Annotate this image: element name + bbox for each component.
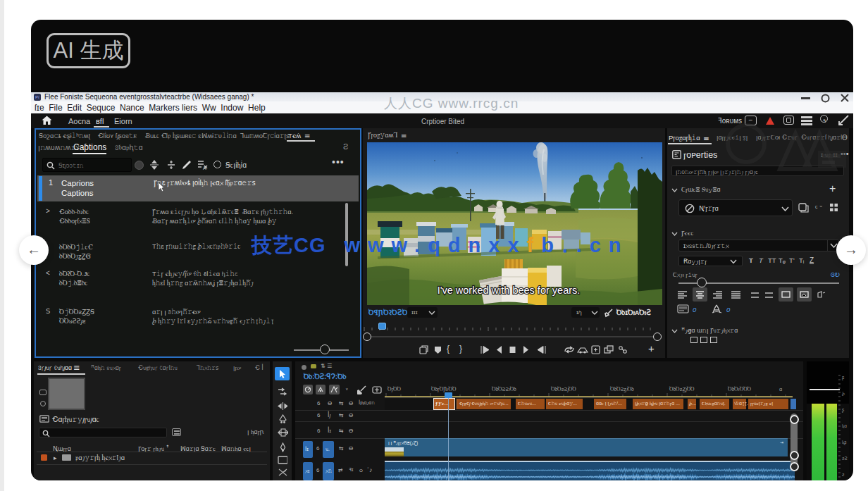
svg-text:ʂ: ʂ — [842, 407, 845, 413]
svg-text:ꙅ: ꙅ — [842, 472, 845, 477]
svg-text:ꝹꝺꞅꝹꞂ𝚤ꝹꝹ: ꝹꝺꞅꝹꞂ𝚤ꝹꝹ — [431, 386, 457, 392]
svg-text:ꞕɑ: ꞕɑ — [842, 423, 847, 428]
svg-text:ꞕʂ: ꞕʂ — [842, 440, 847, 445]
svg-text:I've worked with bees for year: I've worked with bees for years. — [438, 285, 581, 296]
svg-text:ʂ: ʂ — [842, 375, 845, 380]
svg-text:ꝹꝺꝹ𝚤ꝹꝹꝹ: ꝹꝺꝹ𝚤ꝹꝹꝹ — [728, 386, 752, 392]
svg-text:ꝹꝺꝹꙄꙁ𝚤Ꝺꝺ: ꝹꝺꝹꙄꙁ𝚤Ꝺꝺ — [610, 386, 634, 392]
svg-text:ꝹꝺꝹꙄꙄ𝚤Ꝺꝺ: ꝹꝺꝹꙄꙄ𝚤Ꝺꝺ — [492, 386, 516, 392]
svg-text:ꞗ: ꞗ — [842, 391, 845, 396]
svg-text:A: A — [203, 166, 206, 170]
svg-text:ꝹꝺꝹꙅꙄ𝚥ꝹꝹ: ꝹꝺꝹꙅꙄ𝚥ꝹꝹ — [551, 386, 576, 392]
svg-text:ɑ: ɑ — [779, 386, 782, 392]
svg-text:ꝹꝺꝹꙅꙀ𝚥ꝹꝹ: ꝹꝺꝹꙅꙀ𝚥ꝹꝹ — [669, 386, 695, 392]
svg-text:ꝹꝼꝹꝹ: ꝹꝼꝹꝹ — [388, 386, 401, 392]
svg-text:ꙅꙄ: ꙅꙄ — [842, 456, 848, 461]
